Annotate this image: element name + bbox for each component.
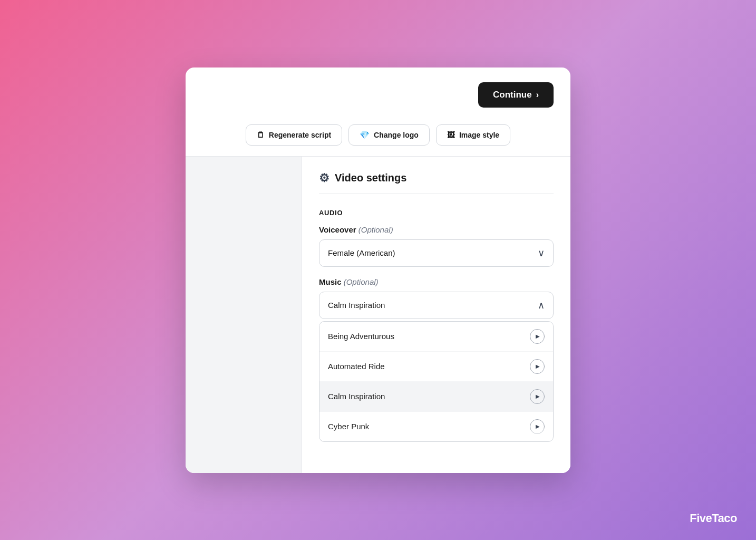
content-area: ⚙ Video settings AUDIO Voiceover (Option… xyxy=(186,157,570,473)
play-being-adventurous-button[interactable] xyxy=(530,329,545,344)
voiceover-chevron-down-icon: ∨ xyxy=(538,247,545,259)
regenerate-script-button[interactable]: 🗒 Regenerate script xyxy=(246,124,342,146)
continue-label: Continue xyxy=(493,90,532,100)
image-style-label: Image style xyxy=(459,131,499,139)
play-calm-inspiration-button[interactable] xyxy=(530,389,545,404)
toolbar: 🗒 Regenerate script 💎 Change logo 🖼 Imag… xyxy=(186,118,570,157)
music-field: Music (Optional) Calm Inspiration ∧ Bein… xyxy=(319,277,554,442)
play-cyber-punk-button[interactable] xyxy=(530,419,545,434)
sidebar xyxy=(186,157,302,473)
script-icon: 🗒 xyxy=(257,130,265,139)
change-logo-button[interactable]: 💎 Change logo xyxy=(348,124,430,146)
play-automated-ride-button[interactable] xyxy=(530,359,545,374)
continue-arrow: › xyxy=(536,90,539,100)
diamond-icon: 💎 xyxy=(360,130,370,140)
music-option-calm-inspiration[interactable]: Calm Inspiration xyxy=(319,382,553,412)
video-settings-title: ⚙ Video settings xyxy=(319,171,554,194)
modal-container: Continue › 🗒 Regenerate script 💎 Change … xyxy=(186,68,570,473)
gear-icon: ⚙ xyxy=(319,171,329,185)
music-select[interactable]: Calm Inspiration ∧ xyxy=(319,292,554,319)
audio-label: AUDIO xyxy=(319,209,554,217)
modal-header: Continue › xyxy=(186,68,570,118)
music-chevron-up-icon: ∧ xyxy=(538,300,545,311)
music-option-cyber-punk[interactable]: Cyber Punk xyxy=(319,412,553,441)
voiceover-optional: (Optional) xyxy=(358,225,393,234)
fivetaco-brand: FiveTaco xyxy=(690,512,737,525)
music-dropdown-list: Being Adventurous Automated Ride Calm In… xyxy=(319,321,554,442)
change-logo-label: Change logo xyxy=(374,131,419,139)
music-value: Calm Inspiration xyxy=(328,301,385,310)
music-label: Music (Optional) xyxy=(319,277,554,286)
music-optional: (Optional) xyxy=(344,277,379,286)
image-style-button[interactable]: 🖼 Image style xyxy=(436,124,510,146)
main-panel: ⚙ Video settings AUDIO Voiceover (Option… xyxy=(302,157,570,473)
voiceover-field: Voiceover (Optional) Female (American) ∨ xyxy=(319,225,554,267)
music-option-automated-ride[interactable]: Automated Ride xyxy=(319,352,553,382)
audio-section: AUDIO Voiceover (Optional) Female (Ameri… xyxy=(319,209,554,442)
regenerate-script-label: Regenerate script xyxy=(269,131,331,139)
continue-button[interactable]: Continue › xyxy=(478,82,554,108)
voiceover-select[interactable]: Female (American) ∨ xyxy=(319,239,554,267)
voiceover-value: Female (American) xyxy=(328,248,395,257)
video-settings-label: Video settings xyxy=(335,172,406,184)
music-option-being-adventurous[interactable]: Being Adventurous xyxy=(319,322,553,352)
voiceover-label: Voiceover (Optional) xyxy=(319,225,554,234)
image-icon: 🖼 xyxy=(447,130,455,139)
